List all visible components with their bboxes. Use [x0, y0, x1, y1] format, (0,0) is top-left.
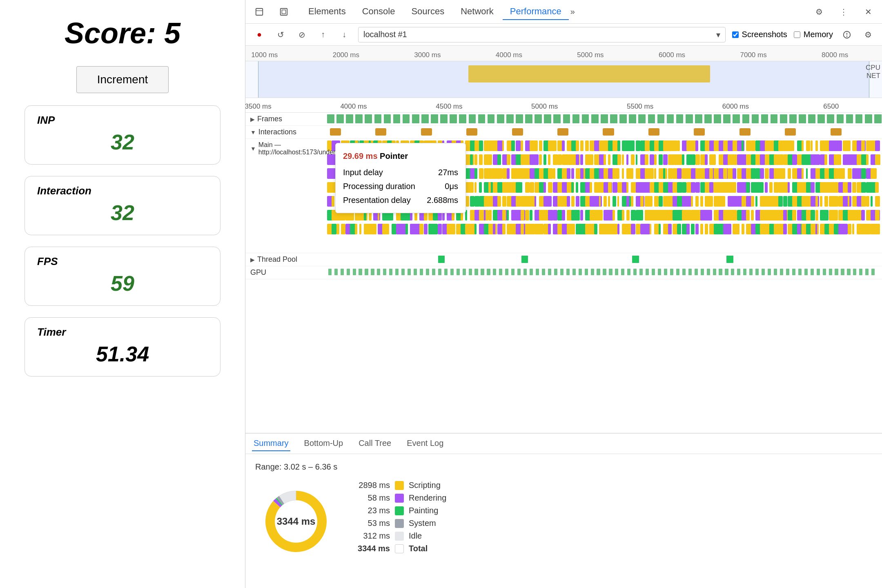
interaction-bar[interactable]	[785, 128, 796, 136]
main-block	[654, 154, 657, 165]
main-block	[539, 224, 543, 234]
save-profile-button[interactable]: ↓	[337, 27, 352, 42]
main-block	[470, 182, 474, 193]
frame-bar	[610, 114, 617, 123]
bottom-tab-call-tree[interactable]: Call Tree	[357, 436, 393, 451]
main-block	[682, 182, 687, 193]
main-block	[861, 182, 866, 193]
devtools-settings-icon[interactable]: ⚙	[812, 4, 826, 19]
metric-value-fps: 59	[37, 271, 208, 296]
tab-more[interactable]: »	[570, 7, 575, 16]
main-block	[709, 168, 713, 179]
devtools-dock-icon[interactable]	[252, 4, 267, 19]
interaction-bar[interactable]	[330, 128, 341, 136]
main-block	[622, 168, 624, 179]
gpu-bar	[695, 269, 698, 275]
main-block	[815, 154, 820, 165]
devtools-undock-icon[interactable]	[276, 4, 291, 19]
gpu-bar	[615, 269, 618, 275]
frame-bar	[619, 114, 627, 123]
frame-bar	[440, 114, 448, 123]
gpu-bar	[743, 269, 746, 275]
main-block	[530, 210, 532, 220]
memory-checkbox-group: Memory	[794, 30, 833, 39]
bottom-tab-bottom-up[interactable]: Bottom-Up	[303, 436, 345, 451]
record-button[interactable]: ●	[252, 27, 267, 42]
interaction-bar[interactable]	[512, 128, 523, 136]
main-block	[608, 182, 612, 193]
frame-bar	[629, 114, 636, 123]
main-block	[626, 182, 628, 193]
tab-sources[interactable]: Sources	[404, 4, 452, 20]
interaction-bar[interactable]	[831, 128, 842, 136]
main-block	[521, 224, 524, 234]
interactions-arrow[interactable]: ▼	[250, 129, 256, 136]
main-block	[848, 224, 851, 234]
overview-chart[interactable]: CPU NET	[245, 61, 882, 98]
interaction-bar[interactable]	[603, 128, 614, 136]
main-block	[783, 196, 788, 207]
url-dropdown-icon[interactable]: ▾	[716, 30, 720, 40]
ruler-tick: 8000 ms	[822, 51, 848, 59]
tab-network[interactable]: Network	[453, 4, 501, 20]
frame-bar	[771, 114, 778, 123]
main-block	[709, 182, 713, 193]
frame-bar	[403, 114, 410, 123]
tooltip-type: Pointer	[380, 151, 408, 160]
legend-ms: 23 ms	[353, 506, 390, 515]
main-block	[525, 210, 529, 220]
interaction-bar[interactable]	[557, 128, 568, 136]
interaction-bar[interactable]	[375, 128, 386, 136]
devtools-more-icon[interactable]: ⋮	[836, 4, 851, 19]
main-block	[636, 154, 638, 165]
tab-elements[interactable]: Elements	[301, 4, 353, 20]
main-block	[673, 140, 677, 151]
main-block	[733, 210, 735, 220]
tab-performance[interactable]: Performance	[503, 4, 569, 20]
interactions-text: Interactions	[258, 128, 296, 136]
memory-checkbox[interactable]	[794, 31, 800, 38]
interaction-bar[interactable]	[694, 128, 705, 136]
js-sampler-icon[interactable]	[840, 27, 854, 42]
main-arrow[interactable]: ▼	[250, 145, 256, 152]
donut-center-text: 3344 ms	[277, 516, 316, 527]
donut-total: 3344 ms	[277, 516, 316, 527]
main-block	[571, 196, 575, 207]
gpu-bar	[676, 269, 679, 275]
legend-label: Scripting	[409, 481, 441, 490]
tooltip-presentation-row: Presentation delay 2.688ms	[343, 193, 458, 207]
interaction-bar[interactable]	[739, 128, 751, 136]
legend-swatch	[395, 519, 404, 528]
main-block	[659, 196, 663, 207]
main-block	[737, 224, 739, 234]
thread-pool-arrow[interactable]: ▶	[250, 256, 255, 263]
tab-console[interactable]: Console	[355, 4, 403, 20]
toolbar2-settings-icon[interactable]: ⚙	[861, 27, 875, 42]
frames-arrow[interactable]: ▶	[250, 116, 255, 122]
increment-button[interactable]: Increment	[76, 66, 169, 93]
svg-point-6	[846, 36, 848, 37]
interaction-bar[interactable]	[466, 128, 477, 136]
interaction-bar[interactable]	[421, 128, 432, 136]
load-profile-button[interactable]: ↑	[316, 27, 330, 42]
bottom-tab-event-log[interactable]: Event Log	[405, 436, 445, 451]
frame-bar	[761, 114, 768, 123]
main-block	[576, 182, 578, 193]
devtools-close-icon[interactable]: ✕	[861, 4, 875, 19]
clear-button[interactable]: ⊘	[294, 27, 309, 42]
timeline-container[interactable]: ▶ Frames ▼ Interactions ▼ Main — http://…	[245, 113, 882, 433]
screenshots-checkbox[interactable]	[732, 31, 739, 38]
main-block	[760, 168, 764, 179]
main-block	[474, 154, 477, 165]
reload-record-button[interactable]: ↺	[273, 27, 288, 42]
main-block	[493, 224, 495, 234]
bottom-tab-summary[interactable]: Summary	[252, 436, 290, 451]
main-block	[631, 196, 633, 207]
main-block	[709, 210, 711, 220]
gpu-bar	[389, 269, 392, 275]
main-block	[617, 154, 621, 165]
legend-table: 2898 ms Scripting 58 ms Rendering 23 ms …	[353, 481, 872, 553]
frame-bar	[450, 114, 457, 123]
main-block	[705, 224, 708, 234]
interaction-bar[interactable]	[648, 128, 659, 136]
